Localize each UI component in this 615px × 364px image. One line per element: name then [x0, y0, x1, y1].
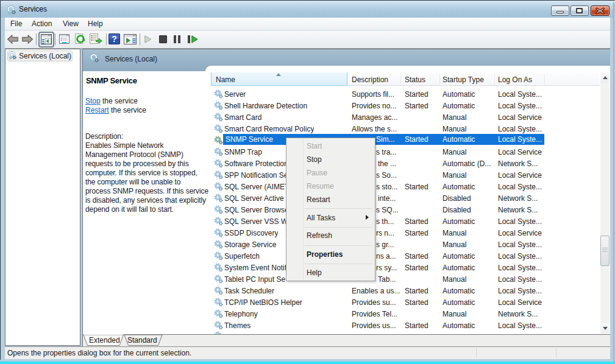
svg-text:?: ?	[112, 34, 117, 44]
